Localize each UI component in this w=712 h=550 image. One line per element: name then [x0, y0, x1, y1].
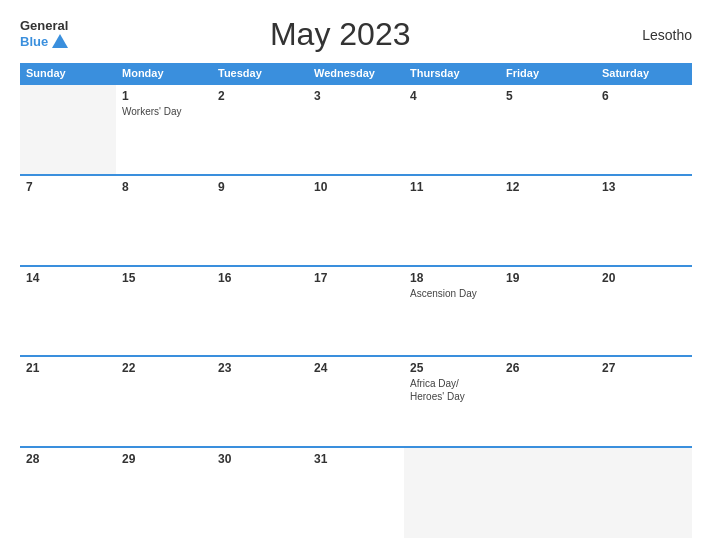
calendar-week-row: 78910111213 — [20, 175, 692, 266]
day-event-label: Workers' Day — [122, 106, 182, 117]
calendar-cell: 17 — [308, 266, 404, 357]
day-number: 27 — [602, 361, 686, 375]
calendar-cell — [404, 447, 500, 538]
country-label: Lesotho — [612, 27, 692, 43]
calendar-week-row: 2122232425Africa Day/ Heroes' Day2627 — [20, 356, 692, 447]
day-event-label: Ascension Day — [410, 288, 477, 299]
day-number: 14 — [26, 271, 110, 285]
day-number: 8 — [122, 180, 206, 194]
calendar-cell: 28 — [20, 447, 116, 538]
day-number: 23 — [218, 361, 302, 375]
day-number: 21 — [26, 361, 110, 375]
calendar-cell: 25Africa Day/ Heroes' Day — [404, 356, 500, 447]
calendar-cell: 9 — [212, 175, 308, 266]
day-number: 11 — [410, 180, 494, 194]
day-event-label: Africa Day/ Heroes' Day — [410, 378, 465, 402]
calendar-cell: 30 — [212, 447, 308, 538]
day-number: 19 — [506, 271, 590, 285]
calendar-cell: 4 — [404, 84, 500, 175]
header-thursday: Thursday — [404, 63, 500, 84]
calendar-cell: 20 — [596, 266, 692, 357]
day-number: 31 — [314, 452, 398, 466]
calendar-cell: 19 — [500, 266, 596, 357]
logo-triangle-icon — [52, 34, 68, 48]
calendar-cell: 8 — [116, 175, 212, 266]
calendar-cell: 31 — [308, 447, 404, 538]
calendar-table: Sunday Monday Tuesday Wednesday Thursday… — [20, 63, 692, 538]
calendar-cell: 5 — [500, 84, 596, 175]
logo-blue-text: Blue — [20, 34, 48, 49]
calendar-cell: 29 — [116, 447, 212, 538]
calendar-page: General Blue May 2023 Lesotho Sunday Mon… — [0, 0, 712, 550]
day-number: 16 — [218, 271, 302, 285]
day-number: 17 — [314, 271, 398, 285]
day-number: 12 — [506, 180, 590, 194]
day-number: 25 — [410, 361, 494, 375]
calendar-cell: 15 — [116, 266, 212, 357]
calendar-cell: 24 — [308, 356, 404, 447]
calendar-week-row: 28293031 — [20, 447, 692, 538]
calendar-cell — [500, 447, 596, 538]
header: General Blue May 2023 Lesotho — [20, 16, 692, 53]
day-number: 4 — [410, 89, 494, 103]
calendar-week-row: 1415161718Ascension Day1920 — [20, 266, 692, 357]
day-number: 15 — [122, 271, 206, 285]
day-number: 13 — [602, 180, 686, 194]
header-monday: Monday — [116, 63, 212, 84]
calendar-cell: 10 — [308, 175, 404, 266]
header-saturday: Saturday — [596, 63, 692, 84]
calendar-cell — [20, 84, 116, 175]
day-number: 18 — [410, 271, 494, 285]
calendar-cell: 3 — [308, 84, 404, 175]
calendar-title: May 2023 — [68, 16, 612, 53]
day-number: 22 — [122, 361, 206, 375]
calendar-cell — [596, 447, 692, 538]
day-number: 10 — [314, 180, 398, 194]
day-number: 5 — [506, 89, 590, 103]
calendar-cell: 6 — [596, 84, 692, 175]
calendar-cell: 13 — [596, 175, 692, 266]
calendar-cell: 7 — [20, 175, 116, 266]
calendar-cell: 16 — [212, 266, 308, 357]
calendar-cell: 11 — [404, 175, 500, 266]
header-tuesday: Tuesday — [212, 63, 308, 84]
day-number: 9 — [218, 180, 302, 194]
calendar-week-row: 1Workers' Day23456 — [20, 84, 692, 175]
day-number: 20 — [602, 271, 686, 285]
day-number: 3 — [314, 89, 398, 103]
calendar-cell: 2 — [212, 84, 308, 175]
day-number: 6 — [602, 89, 686, 103]
calendar-cell: 27 — [596, 356, 692, 447]
day-number: 1 — [122, 89, 206, 103]
day-number: 26 — [506, 361, 590, 375]
day-number: 7 — [26, 180, 110, 194]
calendar-cell: 26 — [500, 356, 596, 447]
day-number: 24 — [314, 361, 398, 375]
header-wednesday: Wednesday — [308, 63, 404, 84]
logo: General Blue — [20, 19, 68, 49]
logo-general-text: General — [20, 19, 68, 33]
calendar-cell: 21 — [20, 356, 116, 447]
header-friday: Friday — [500, 63, 596, 84]
calendar-cell: 18Ascension Day — [404, 266, 500, 357]
day-number: 28 — [26, 452, 110, 466]
calendar-cell: 1Workers' Day — [116, 84, 212, 175]
calendar-cell: 12 — [500, 175, 596, 266]
day-number: 2 — [218, 89, 302, 103]
calendar-cell: 14 — [20, 266, 116, 357]
calendar-cell: 22 — [116, 356, 212, 447]
day-number: 30 — [218, 452, 302, 466]
day-number: 29 — [122, 452, 206, 466]
header-sunday: Sunday — [20, 63, 116, 84]
calendar-cell: 23 — [212, 356, 308, 447]
weekday-header-row: Sunday Monday Tuesday Wednesday Thursday… — [20, 63, 692, 84]
